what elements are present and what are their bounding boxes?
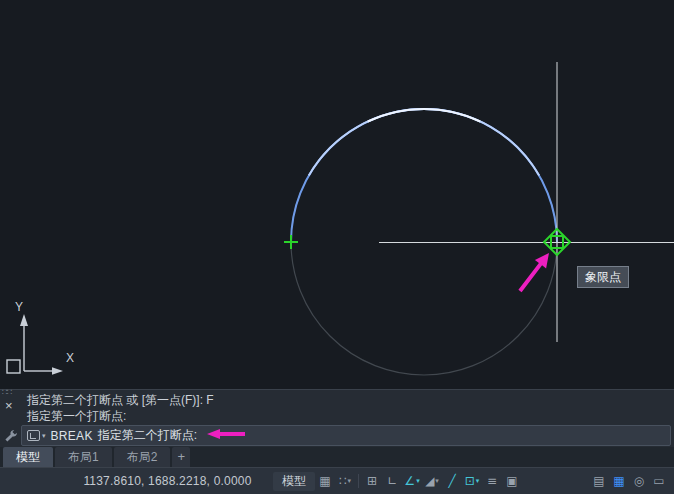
command-history-line: 指定第一个打断点: xyxy=(27,408,126,424)
lineweight-icon: ≡ xyxy=(487,474,497,488)
active-command-name: BREAK xyxy=(51,429,93,443)
command-input-line[interactable]: ▾ BREAK 指定第二个打断点: xyxy=(21,425,671,446)
circle-highlight-arc-mid xyxy=(309,109,539,176)
isolate-objects-icon: ◎ xyxy=(634,474,644,488)
model-space-button[interactable]: 模型 xyxy=(273,472,315,491)
tab-layout1[interactable]: 布局1 xyxy=(55,447,112,467)
annotation-scale-button[interactable]: ▤ xyxy=(589,472,609,491)
chevron-down-icon[interactable]: ▾ xyxy=(416,477,420,485)
snap-icon: ∷ xyxy=(339,474,347,488)
status-bar: 1137.8610, 1688.2218, 0.0000 模型 ▦ ∷ ▾ ⊞ … xyxy=(0,467,674,494)
osnap-tracking-icon: ╱ xyxy=(448,474,455,488)
layout-tab-bar: 模型 布局1 布局2 + xyxy=(0,447,674,467)
object-snap-button[interactable]: ⊡ ▾ xyxy=(462,472,482,491)
command-window-icon xyxy=(27,430,40,441)
chevron-down-icon[interactable]: ▾ xyxy=(435,477,439,485)
polar-tracking-button[interactable]: ∠ ▾ xyxy=(402,472,422,491)
customize-wrench-icon[interactable] xyxy=(4,429,18,447)
isometric-drafting-button[interactable]: ◢ ▾ xyxy=(422,472,442,491)
command-history-line: 指定第二个打断点 或 [第一点(F)]: F xyxy=(27,392,214,408)
chevron-down-icon[interactable]: ▾ xyxy=(348,477,352,485)
osnap-tooltip: 象限点 xyxy=(577,266,629,288)
annotation-scale-icon: ▤ xyxy=(593,474,604,488)
circle-highlight-arc-top xyxy=(368,109,480,121)
graphics-performance-button[interactable]: ▦ xyxy=(609,472,629,491)
tab-model[interactable]: 模型 xyxy=(3,447,53,467)
dynamic-input-button[interactable]: ⊞ xyxy=(362,472,382,491)
first-break-point-marker xyxy=(284,235,298,249)
autocad-window: Y X 象限点 ∷∷ × 指定第二个打断点 或 [第一点(F)]: F 指定第一… xyxy=(0,0,674,494)
close-commandline-icon[interactable]: × xyxy=(5,399,13,412)
grid-toggle-button[interactable]: ▦ xyxy=(315,472,335,491)
drawing-canvas[interactable]: Y X 象限点 xyxy=(0,0,674,389)
callout-arrow-commandline xyxy=(206,428,246,443)
ucs-y-label: Y xyxy=(15,300,23,314)
dynamic-input-icon: ⊞ xyxy=(367,474,377,488)
command-drag-handle[interactable]: ∷∷ xyxy=(2,388,11,396)
tab-layout2[interactable]: 布局2 xyxy=(114,447,171,467)
osnap-tracking-button[interactable]: ╱ xyxy=(442,472,462,491)
isolate-objects-button[interactable]: ◎ xyxy=(629,472,649,491)
statusbar-separator xyxy=(358,474,359,488)
coordinate-readout: 1137.8610, 1688.2218, 0.0000 xyxy=(70,474,265,488)
circle-highlight-arc[interactable] xyxy=(291,109,557,242)
new-layout-button[interactable]: + xyxy=(172,447,190,467)
statusbar-right-group: ▤ ▦ ◎ ▭ xyxy=(589,472,669,491)
command-line-window: ∷∷ × 指定第二个打断点 或 [第一点(F)]: F 指定第一个打断点: ▾ … xyxy=(0,389,674,447)
ortho-mode-button[interactable]: ∟ xyxy=(382,472,402,491)
clean-screen-icon: ▭ xyxy=(653,474,664,488)
ucs-icon: Y X xyxy=(7,300,74,375)
ucs-x-label: X xyxy=(66,351,74,365)
selection-cycling-icon: ▣ xyxy=(506,474,517,488)
callout-arrow-canvas xyxy=(518,253,549,292)
grid-icon: ▦ xyxy=(319,474,330,488)
graphics-performance-icon: ▦ xyxy=(613,474,624,488)
command-prompt-text: 指定第二个打断点: xyxy=(98,427,197,444)
polar-tracking-icon: ∠ xyxy=(404,474,415,488)
selection-cycling-button[interactable]: ▣ xyxy=(502,472,522,491)
chevron-down-icon[interactable]: ▾ xyxy=(476,477,480,485)
object-snap-icon: ⊡ xyxy=(465,474,475,488)
clean-screen-button[interactable]: ▭ xyxy=(649,472,669,491)
chevron-down-icon: ▾ xyxy=(42,432,46,440)
isometric-icon: ◢ xyxy=(425,474,434,488)
lineweight-button[interactable]: ≡ xyxy=(482,472,502,491)
drawing-svg: Y X xyxy=(0,0,674,389)
ortho-icon: ∟ xyxy=(387,474,397,488)
recent-commands-button[interactable]: ▾ xyxy=(27,430,46,441)
snap-mode-button[interactable]: ∷ ▾ xyxy=(335,472,355,491)
